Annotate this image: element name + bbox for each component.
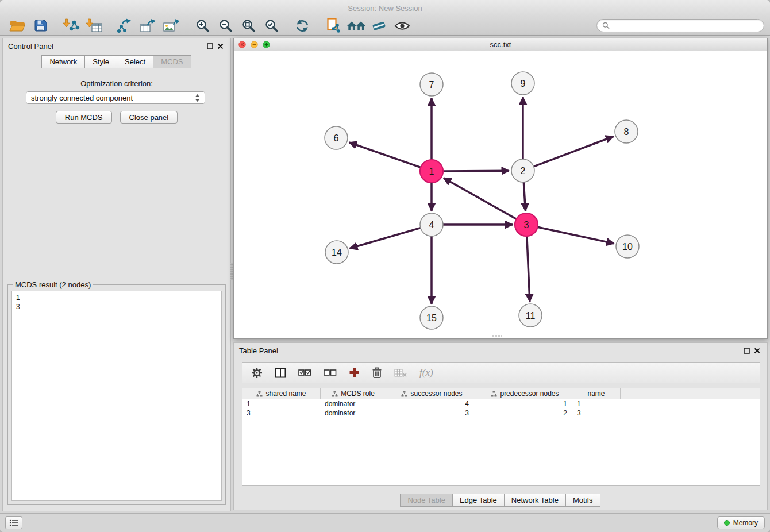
graph-node-label: 14 bbox=[332, 248, 342, 257]
close-window-button[interactable] bbox=[238, 41, 246, 48]
graph-node-1[interactable]: 1 bbox=[420, 160, 443, 183]
show-hide-button[interactable] bbox=[391, 17, 414, 34]
graph-node-9[interactable]: 9 bbox=[511, 72, 534, 95]
graph-edge-1-6[interactable] bbox=[349, 142, 421, 168]
graph-node-6[interactable]: 6 bbox=[325, 126, 348, 149]
zoom-fit-button[interactable] bbox=[237, 17, 260, 34]
column-header-successor-nodes[interactable]: successor nodes bbox=[386, 388, 478, 399]
column-tree-icon bbox=[332, 391, 338, 397]
export-network-button[interactable] bbox=[114, 17, 137, 34]
select-all-rows-button[interactable] bbox=[298, 369, 311, 377]
panel-splitter-handle[interactable] bbox=[230, 263, 233, 280]
graph-edge-2-8[interactable] bbox=[534, 137, 614, 167]
graph-node-10[interactable]: 10 bbox=[616, 235, 639, 258]
close-table-panel-button[interactable] bbox=[752, 345, 762, 356]
gear-icon bbox=[251, 367, 263, 379]
cell-name: 3 bbox=[572, 408, 621, 418]
titlebar: Session: New Session bbox=[0, 0, 770, 16]
graph-node-15[interactable]: 15 bbox=[420, 306, 443, 329]
mcds-result-list[interactable]: 1 3 bbox=[11, 291, 222, 501]
close-icon bbox=[217, 43, 224, 49]
traffic-lights bbox=[238, 41, 270, 48]
graph-edge-3-10[interactable] bbox=[538, 227, 614, 244]
cell-name: 1 bbox=[572, 399, 621, 408]
float-control-panel-button[interactable] bbox=[205, 41, 215, 51]
table-settings-button[interactable] bbox=[251, 367, 263, 379]
graph-edge-1-2[interactable] bbox=[443, 171, 509, 171]
save-session-button[interactable] bbox=[29, 17, 52, 34]
home-views-button[interactable] bbox=[345, 17, 368, 34]
export-table-icon bbox=[140, 18, 157, 33]
open-session-button[interactable] bbox=[6, 17, 29, 34]
tab-edge-table[interactable]: Edge Table bbox=[452, 494, 505, 507]
import-table-button[interactable] bbox=[83, 17, 106, 34]
graph-node-11[interactable]: 11 bbox=[519, 304, 542, 327]
column-header-mcds-role[interactable]: MCDS role bbox=[321, 388, 386, 399]
memory-button[interactable]: Memory bbox=[717, 516, 765, 529]
network-canvas[interactable]: 7968124314101511 bbox=[234, 51, 767, 338]
export-image-button[interactable] bbox=[160, 17, 183, 34]
tab-network[interactable]: Network bbox=[41, 55, 85, 68]
zoom-in-button[interactable] bbox=[191, 17, 214, 34]
zoom-out-button[interactable] bbox=[214, 17, 237, 34]
tab-network-table[interactable]: Network Table bbox=[504, 494, 566, 507]
unchecked-boxes-icon bbox=[324, 369, 337, 377]
minimize-window-button[interactable] bbox=[251, 41, 258, 48]
zoom-window-button[interactable] bbox=[263, 41, 270, 48]
column-header-filler bbox=[621, 388, 760, 399]
tab-select[interactable]: Select bbox=[117, 55, 153, 68]
tab-motifs[interactable]: Motifs bbox=[565, 494, 600, 507]
tab-node-table[interactable]: Node Table bbox=[400, 494, 453, 507]
float-table-panel-button[interactable] bbox=[741, 345, 752, 356]
tab-style[interactable]: Style bbox=[84, 55, 117, 68]
column-header-predecessor-nodes[interactable]: predecessor nodes bbox=[478, 388, 572, 399]
float-window-icon bbox=[744, 348, 750, 354]
graph-edge-3-1[interactable] bbox=[444, 178, 517, 219]
graph-node-4[interactable]: 4 bbox=[420, 213, 443, 236]
task-history-button[interactable] bbox=[5, 516, 22, 529]
criterion-select[interactable]: strongly connected component bbox=[26, 91, 205, 104]
table-row-node-3[interactable]: 3 dominator 3 2 3 bbox=[242, 408, 760, 418]
graph-node-14[interactable]: 14 bbox=[325, 241, 348, 264]
zoom-selected-icon bbox=[264, 18, 279, 33]
add-column-button[interactable] bbox=[349, 367, 360, 378]
graph-node-7[interactable]: 7 bbox=[420, 73, 443, 96]
select-stepper-icon bbox=[195, 94, 200, 102]
export-table-button[interactable] bbox=[137, 17, 160, 34]
delete-column-button[interactable] bbox=[372, 367, 382, 379]
save-icon bbox=[33, 18, 48, 33]
zoom-selected-button[interactable] bbox=[260, 17, 283, 34]
close-panel-button[interactable]: Close panel bbox=[120, 111, 178, 124]
column-header-name[interactable]: name bbox=[572, 388, 621, 399]
criterion-selected-value: strongly connected component bbox=[31, 94, 133, 102]
column-label: shared name bbox=[265, 390, 306, 398]
tab-mcds[interactable]: MCDS bbox=[153, 55, 191, 68]
cell-shared-name: 1 bbox=[242, 399, 321, 408]
graph-edge-4-14[interactable] bbox=[350, 228, 421, 249]
graph-edge-2-3[interactable] bbox=[523, 182, 525, 211]
import-network-button[interactable] bbox=[60, 17, 83, 34]
deselect-all-rows-button[interactable] bbox=[324, 369, 337, 377]
column-label: name bbox=[587, 390, 605, 398]
window-resize-grip[interactable] bbox=[492, 335, 502, 337]
run-mcds-button[interactable]: Run MCDS bbox=[56, 111, 112, 124]
search-input[interactable] bbox=[596, 19, 764, 32]
graph-node-3[interactable]: 3 bbox=[515, 213, 538, 236]
table-row-node-1[interactable]: 1 dominator 4 1 1 bbox=[242, 399, 760, 408]
graph-edge-3-11[interactable] bbox=[527, 236, 530, 302]
table-toolbar: f(x) bbox=[242, 362, 760, 383]
refresh-button[interactable] bbox=[291, 17, 314, 34]
show-columns-button[interactable] bbox=[275, 368, 286, 378]
column-header-shared-name[interactable]: shared name bbox=[242, 388, 321, 399]
function-builder-button-disabled: f(x) bbox=[419, 367, 433, 379]
cell-mcds-role: dominator bbox=[321, 399, 386, 408]
graph-node-8[interactable]: 8 bbox=[615, 120, 638, 143]
apply-style-button[interactable] bbox=[368, 17, 391, 34]
plus-icon bbox=[349, 367, 360, 378]
close-control-panel-button[interactable] bbox=[215, 41, 225, 51]
network-from-selection-button[interactable] bbox=[322, 17, 345, 34]
checked-boxes-icon bbox=[298, 369, 311, 377]
network-from-selection-icon bbox=[326, 18, 341, 33]
graph-node-2[interactable]: 2 bbox=[511, 159, 534, 182]
network-window-titlebar[interactable]: scc.txt bbox=[234, 38, 767, 51]
